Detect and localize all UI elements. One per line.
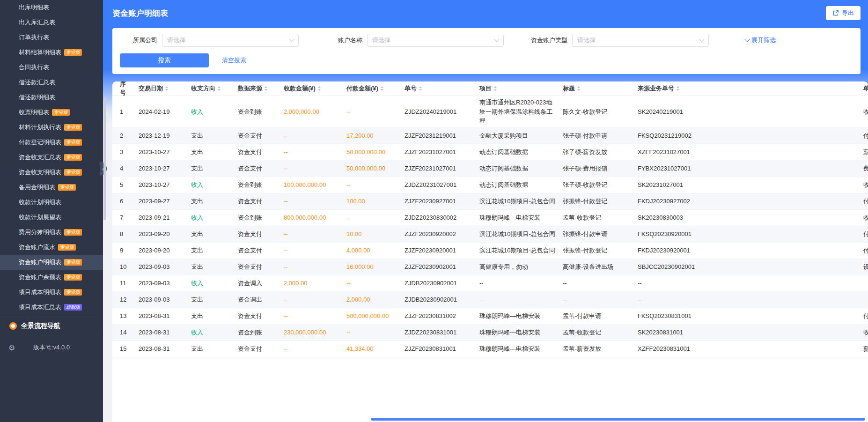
column-header[interactable]: 项目: [478, 81, 561, 96]
cell-project: 动态订阅基础数据: [478, 144, 561, 160]
sidebar-item[interactable]: 材料结算明细表专业版: [0, 45, 103, 60]
column-header[interactable]: 标题: [561, 81, 636, 96]
sidebar-item[interactable]: 付款登记明细表专业版: [0, 135, 103, 150]
cell-project: 南通市通州区R2020-023地块一期外墙保温涂料线条工程: [478, 96, 561, 127]
company-select[interactable]: 请选择: [162, 34, 299, 47]
table-row[interactable]: 52023-10-27收入资金到账100,000,000.00--ZJDZ202…: [112, 177, 868, 193]
sidebar-item[interactable]: 项目成本明细表专业版: [0, 285, 103, 300]
table-row[interactable]: 112023-09-03收入资金调入2,000.00--ZJDB20230902…: [112, 275, 868, 292]
column-header[interactable]: 收支方向: [189, 81, 236, 96]
cell-amount-in: 800,000,000.00: [282, 210, 345, 226]
sidebar-item-label: 收款计划展望表: [19, 213, 61, 222]
table-body: 12024-02-19收入资金到账2,000,000.00--ZJDZ20240…: [112, 96, 868, 357]
table-row[interactable]: 132023-08-31支出资金支付--500,000,000.00ZJZF20…: [112, 308, 868, 325]
cell-title: 孟苇-收款登记: [561, 210, 636, 226]
sort-icon: [318, 86, 321, 91]
filter-company: 所属公司 请选择: [120, 34, 299, 47]
table-row[interactable]: 62023-09-27支出资金支付--100.00ZJZF20230927001…: [112, 193, 868, 210]
sidebar-item-label: 材料结算明细表: [19, 48, 61, 57]
sidebar-item[interactable]: 费用分摊明细表专业版: [0, 225, 103, 240]
sidebar-item[interactable]: 收款计划展望表: [0, 210, 103, 225]
column-header[interactable]: 收款金额(¥): [282, 81, 345, 96]
sidebar-item[interactable]: 资金账户流水专业版: [0, 240, 103, 255]
cell-amount-in: --: [282, 308, 345, 324]
sidebar-item[interactable]: 订单执行表: [0, 30, 103, 45]
cell-source: 资金支付: [236, 259, 282, 275]
table-row[interactable]: 152023-08-31支出资金支付--41,334.00ZJZF2023083…: [112, 341, 868, 357]
sidebar-item[interactable]: 借还款汇总表: [0, 75, 103, 90]
sidebar-item[interactable]: 收票明细表专业版: [0, 105, 103, 120]
chevron-down-icon: [699, 37, 704, 42]
sidebar-item[interactable]: 出库明细表: [0, 0, 103, 15]
search-button[interactable]: 搜索: [120, 53, 209, 67]
table-row[interactable]: 102023-09-03支出资金支付--16,000.00ZJZF2023090…: [112, 259, 868, 275]
cell-source-no: XZFF20230831001: [636, 341, 861, 357]
edition-badge: 专业版: [64, 139, 82, 146]
chevron-down-icon: [744, 37, 750, 42]
chevron-down-icon: [289, 37, 294, 42]
sidebar-item[interactable]: 资金收支明细表专业版: [0, 165, 103, 180]
sidebar-item[interactable]: 项目成本汇总表旗舰版: [0, 300, 103, 315]
column-header[interactable]: 交易日期: [137, 81, 189, 96]
cell-project: 珠穆朗玛峰—电梯安装: [478, 341, 561, 357]
sidebar-item[interactable]: 材料计划执行表专业版: [0, 120, 103, 135]
account-name-select[interactable]: 请选择: [367, 34, 504, 47]
sidebar-item-label: 资金账户流水: [19, 243, 55, 252]
cell-title: 张子硕-薪资发放: [561, 144, 636, 160]
column-header[interactable]: 单号: [403, 81, 478, 96]
cell-amount-out: --: [345, 325, 403, 341]
column-header-label: 单: [863, 84, 868, 93]
cell-amount-out: 2,000.00: [345, 292, 403, 308]
table-row[interactable]: 72023-09-21收入资金到账800,000,000.00--ZJDZ202…: [112, 210, 868, 226]
table-row[interactable]: 142023-08-31收入资金到账230,000,000.00--ZJDZ20…: [112, 325, 868, 341]
account-type-select[interactable]: 请选择: [572, 34, 709, 47]
table-row[interactable]: 92023-09-20支出资金支付--4,000.00ZJZF202309200…: [112, 243, 868, 259]
sidebar-scrollbar[interactable]: [103, 97, 106, 220]
table-row[interactable]: 82023-09-20支出资金支付--10.00ZJZF20230920002滨…: [112, 226, 868, 243]
edition-badge: 专业版: [64, 154, 82, 161]
sidebar-item[interactable]: 资金账户明细表专业版: [0, 255, 103, 270]
expand-filters-link[interactable]: 展开筛选: [745, 36, 776, 44]
cell-date: 2023-09-20: [137, 226, 189, 242]
cell-date: 2023-10-27: [137, 177, 189, 193]
cell-doc-type: 付: [861, 128, 868, 144]
clear-search-link[interactable]: 清空搜索: [222, 56, 246, 65]
cell-source: 资金到账: [236, 210, 282, 226]
cell-source: 资金到账: [236, 177, 282, 193]
sidebar-item[interactable]: 资金账户余额表专业版: [0, 270, 103, 285]
column-header[interactable]: 数据来源: [236, 81, 282, 96]
column-header[interactable]: 付款金额(¥): [345, 81, 403, 96]
gear-icon[interactable]: ⚙: [8, 343, 15, 352]
table-row[interactable]: 12024-02-19收入资金到账2,000,000.00--ZJDZ20240…: [112, 96, 868, 128]
sidebar-item-label: 借还款汇总表: [19, 78, 55, 87]
sidebar-item[interactable]: 收款计划明细表: [0, 195, 103, 210]
table-row[interactable]: 22023-12-19支出资金支付--17,200.00ZJZF20231219…: [112, 128, 868, 144]
cell-source: 资金支付: [236, 243, 282, 259]
cell-direction: 支出: [189, 161, 236, 177]
cell-doc-no: ZJDZ20230830002: [403, 210, 478, 226]
cell-amount-out: --: [345, 210, 403, 226]
cell-title: 高健康-设备进出场: [561, 259, 636, 275]
cell-amount-out: 41,334.00: [345, 341, 403, 357]
cell-no: 15: [112, 341, 137, 357]
data-table: 序号交易日期收支方向数据来源收款金额(¥)付款金额(¥)单号项目标题来源业务单号…: [112, 81, 868, 422]
horizontal-scrollbar[interactable]: [371, 418, 865, 421]
sidebar-item[interactable]: 合同执行表: [0, 60, 103, 75]
cell-source: 资金支付: [236, 161, 282, 177]
cell-date: 2024-02-19: [137, 96, 189, 127]
sidebar-item[interactable]: 备用金明细表专业版: [0, 180, 103, 195]
column-header[interactable]: 来源业务单号: [636, 81, 861, 96]
sidebar-item[interactable]: 出入库汇总表: [0, 15, 103, 30]
sidebar-item[interactable]: 资金收支汇总表专业版: [0, 150, 103, 165]
version-row: ⚙ 版本号:v4.0.0: [0, 337, 103, 358]
sidebar-item[interactable]: 借还款明细表: [0, 90, 103, 105]
panorama-nav-item[interactable]: 全景流程导航: [0, 315, 103, 337]
cell-date: 2023-12-19: [137, 128, 189, 144]
edition-badge: 专业版: [52, 109, 70, 116]
table-row[interactable]: 122023-09-03支出资金调出--2,000.00ZJDB20230902…: [112, 292, 868, 308]
table-row[interactable]: 32023-10-27支出资金支付--50,000,000.00ZJZF2023…: [112, 144, 868, 161]
export-button[interactable]: 导出: [826, 6, 861, 20]
cell-project: 滨江花城10期项目-总包合同: [478, 193, 561, 209]
sidebar-item-label: 出库明细表: [19, 3, 49, 12]
table-row[interactable]: 42023-10-27支出资金支付--50,000,000.00ZJZF2023…: [112, 161, 868, 177]
